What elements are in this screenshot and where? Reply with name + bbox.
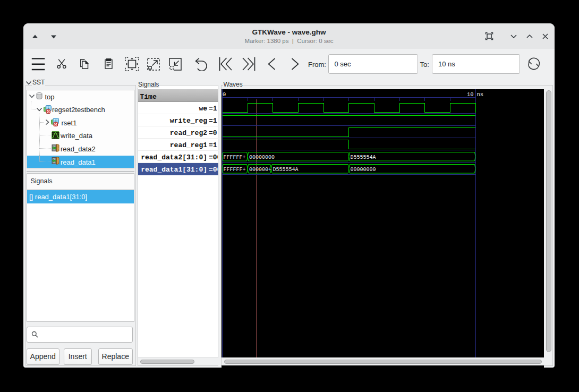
svg-text:000000+: 000000+ (249, 166, 271, 172)
svg-text:FFFFFF+: FFFFFF+ (224, 154, 246, 160)
svg-text:00000000: 00000000 (249, 154, 275, 160)
svg-text:FFFFFF+: FFFFFF+ (224, 166, 246, 172)
svg-text:10: 10 (467, 91, 474, 98)
svg-text:ns: ns (477, 91, 484, 98)
svg-text:00000000: 00000000 (351, 166, 376, 172)
svg-text:D555554A: D555554A (351, 154, 376, 160)
svg-text:D555554A: D555554A (273, 166, 299, 172)
svg-text:0: 0 (223, 91, 226, 98)
